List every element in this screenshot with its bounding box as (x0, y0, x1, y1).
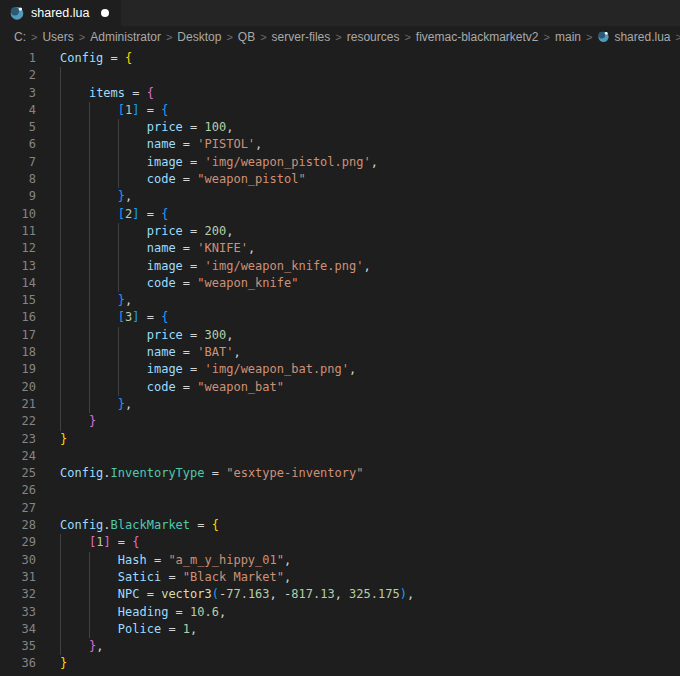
code-line[interactable]: 10 [2] = { (0, 206, 680, 223)
code-line[interactable]: 9 }, (0, 188, 680, 205)
lua-file-icon (597, 30, 610, 43)
line-content: code = "weapon_knife" (60, 275, 680, 292)
code-line[interactable]: 1Config = { (0, 50, 680, 67)
line-content: } (60, 413, 680, 430)
tab-label: shared.lua (31, 6, 89, 20)
code-line[interactable]: 20 code = "weapon_bat" (0, 379, 680, 396)
indent-guide (89, 552, 90, 569)
breadcrumb-item[interactable]: resources (347, 30, 400, 44)
code-line[interactable]: 4 [1] = { (0, 102, 680, 119)
breadcrumb-separator: > (31, 31, 37, 43)
code-line[interactable]: 23} (0, 431, 680, 448)
code-line[interactable]: 32 NPC = vector3(-77.163, -817.13, 325.1… (0, 586, 680, 603)
code-token: 817.13 (291, 587, 334, 601)
indent-guide (89, 344, 90, 361)
code-line[interactable]: 17 price = 300, (0, 327, 680, 344)
line-content: } (60, 431, 680, 448)
modified-indicator-dot[interactable] (101, 9, 109, 17)
code-line[interactable]: 22 } (0, 413, 680, 430)
code-token: } (118, 293, 125, 307)
breadcrumb-item[interactable]: QB (238, 30, 255, 44)
breadcrumb-item[interactable]: server-files (272, 30, 331, 44)
code-line[interactable]: 18 name = 'BAT', (0, 344, 680, 361)
code-line[interactable]: 5 price = 100, (0, 119, 680, 136)
line-content (60, 482, 680, 499)
line-number: 31 (0, 569, 36, 586)
code-line[interactable]: 19 image = 'img/weapon_bat.png', (0, 361, 680, 378)
indent-guide (89, 275, 90, 292)
line-number: 1 (0, 50, 36, 67)
code-line[interactable]: 33 Heading = 10.6, (0, 604, 680, 621)
line-number: 15 (0, 292, 36, 309)
code-token: 'img/weapon_bat.png' (205, 362, 350, 376)
code-token: . (103, 466, 110, 480)
code-line[interactable]: 26 (0, 482, 680, 499)
code-line[interactable]: 28Config.BlackMarket = { (0, 517, 680, 534)
code-line[interactable]: 27 (0, 500, 680, 517)
code-token: 100 (205, 120, 227, 134)
code-line[interactable]: 25Config.InventoryType = "esxtype-invent… (0, 465, 680, 482)
code-token: , (226, 224, 233, 238)
code-token: , (233, 345, 240, 359)
code-line[interactable]: 29 [1] = { (0, 534, 680, 551)
code-line[interactable]: 30 Hash = "a_m_y_hippy_01", (0, 552, 680, 569)
indent-guide (89, 379, 90, 396)
line-number: 8 (0, 171, 36, 188)
code-token: [ (118, 310, 125, 324)
code-line[interactable]: 12 name = 'KNIFE', (0, 240, 680, 257)
breadcrumb-item[interactable]: C: (14, 30, 26, 44)
tab-shared-lua[interactable]: shared.lua (0, 0, 122, 26)
indent-guide (60, 85, 61, 102)
code-line[interactable]: 34 Police = 1, (0, 621, 680, 638)
line-content: price = 100, (60, 119, 680, 136)
breadcrumb-item[interactable]: Users (42, 30, 73, 44)
code-line[interactable]: 6 name = 'PISTOL', (0, 136, 680, 153)
code-line[interactable]: 31 Satici = "Black Market", (0, 569, 680, 586)
line-number: 11 (0, 223, 36, 240)
line-number: 10 (0, 206, 36, 223)
code-token (60, 172, 147, 186)
code-token: , (284, 570, 291, 584)
indent-guide (60, 206, 61, 223)
indent-guide (60, 258, 61, 275)
code-line[interactable]: 15 }, (0, 292, 680, 309)
breadcrumb-item[interactable]: fivemac-blackmarketv2 (416, 30, 539, 44)
code-token (60, 535, 89, 549)
code-token: = (176, 241, 198, 255)
code-token: 'img/weapon_pistol.png' (205, 155, 371, 169)
code-token (60, 328, 147, 342)
code-line[interactable]: 2 (0, 67, 680, 84)
code-line[interactable]: 21 }, (0, 396, 680, 413)
code-line[interactable]: 13 image = 'img/weapon_knife.png', (0, 258, 680, 275)
code-line[interactable]: 3 items = { (0, 85, 680, 102)
code-token: , (371, 155, 378, 169)
line-content: [1] = { (60, 102, 680, 119)
code-token: "weapon_knife" (197, 276, 298, 290)
indent-guide (89, 240, 90, 257)
code-line[interactable]: 16 [3] = { (0, 309, 680, 326)
code-token: 200 (205, 224, 227, 238)
code-token: "weapon_bat" (197, 380, 284, 394)
code-line[interactable]: 24 (0, 448, 680, 465)
code-line[interactable]: 11 price = 200, (0, 223, 680, 240)
indent-guide (89, 258, 90, 275)
code-line[interactable]: 36} (0, 655, 680, 672)
code-line[interactable]: 7 image = 'img/weapon_pistol.png', (0, 154, 680, 171)
code-token (60, 380, 147, 394)
line-content: code = "weapon_pistol" (60, 171, 680, 188)
code-editor[interactable]: 1Config = {23 items = {4 [1] = {5 price … (0, 47, 680, 673)
indent-guide (89, 604, 90, 621)
code-line[interactable]: 8 code = "weapon_pistol" (0, 171, 680, 188)
breadcrumb-item[interactable]: Desktop (177, 30, 221, 44)
breadcrumb-item[interactable]: Administrator (90, 30, 161, 44)
indent-guide (60, 309, 61, 326)
breadcrumb-item[interactable]: main (555, 30, 581, 44)
code-line[interactable]: 35 }, (0, 638, 680, 655)
indent-guide (60, 396, 61, 413)
code-token (60, 259, 147, 273)
indent-guide (118, 258, 119, 275)
code-line[interactable]: 14 code = "weapon_knife" (0, 275, 680, 292)
breadcrumb-item-file[interactable]: shared.lua (597, 30, 670, 44)
indent-guide (89, 569, 90, 586)
line-content: }, (60, 188, 680, 205)
